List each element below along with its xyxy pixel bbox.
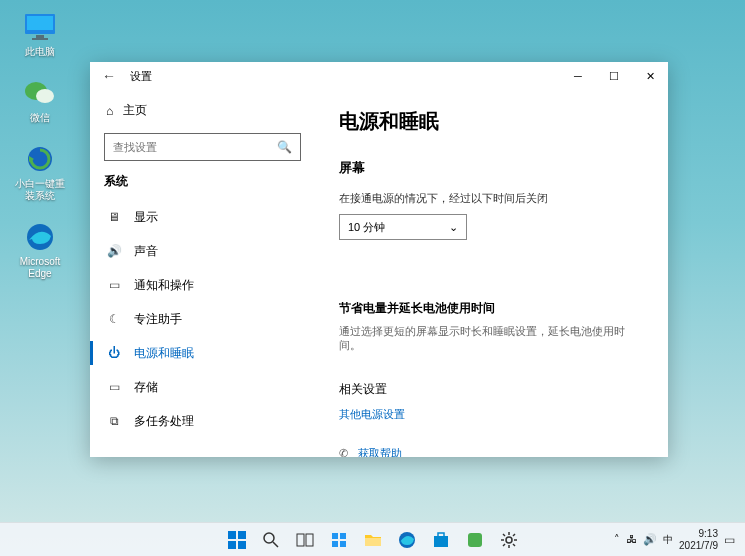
- svg-rect-3: [32, 38, 48, 40]
- sidebar-item-label: 通知和操作: [134, 277, 194, 294]
- sidebar-item-multitask[interactable]: ⧉ 多任务处理: [104, 404, 301, 438]
- display-icon: 🖥: [106, 210, 122, 224]
- svg-rect-16: [306, 534, 313, 546]
- sidebar-item-power[interactable]: ⏻ 电源和睡眠: [104, 336, 301, 370]
- sound-icon: 🔊: [106, 244, 122, 258]
- related-title: 相关设置: [339, 381, 644, 398]
- sidebar-item-label: 存储: [134, 379, 158, 396]
- reinstall-icon: [23, 142, 57, 176]
- clock-date: 2021/7/9: [679, 540, 718, 552]
- app-button[interactable]: [460, 525, 490, 555]
- desktop-icon-this-pc[interactable]: 此电脑: [12, 10, 68, 58]
- notification-icon: ▭: [106, 278, 122, 292]
- ime-indicator[interactable]: 中: [663, 533, 673, 547]
- minimize-button[interactable]: ─: [560, 62, 596, 90]
- desktop-icon-label: 此电脑: [25, 46, 55, 58]
- start-button[interactable]: [222, 525, 252, 555]
- search-input[interactable]: [113, 141, 277, 153]
- svg-rect-12: [238, 541, 246, 549]
- titlebar: ← 设置 ─ ☐ ✕: [90, 62, 668, 90]
- sidebar-item-sound[interactable]: 🔊 声音: [104, 234, 301, 268]
- desktop-icon-label: Microsoft Edge: [12, 256, 68, 280]
- back-button[interactable]: ←: [102, 68, 122, 84]
- wechat-icon: [23, 76, 57, 110]
- sidebar: ⌂ 主页 🔍 系统 🖥 显示 🔊 声音 ▭ 通知和操作 ☾ 专: [90, 90, 315, 457]
- notifications-button[interactable]: ▭: [724, 533, 735, 547]
- sidebar-item-focus[interactable]: ☾ 专注助手: [104, 302, 301, 336]
- svg-rect-19: [332, 541, 338, 547]
- svg-rect-1: [27, 16, 53, 30]
- window-title: 设置: [130, 69, 152, 84]
- edge-button[interactable]: [392, 525, 422, 555]
- svg-rect-18: [340, 533, 346, 539]
- clock-time: 9:13: [699, 528, 718, 540]
- help-link[interactable]: 获取帮助: [358, 446, 402, 457]
- sidebar-item-label: 电源和睡眠: [134, 345, 194, 362]
- screen-desc: 在接通电源的情况下，经过以下时间后关闭: [339, 191, 644, 206]
- svg-rect-9: [228, 531, 236, 539]
- close-button[interactable]: ✕: [632, 62, 668, 90]
- power-icon: ⏻: [106, 346, 122, 360]
- taskview-button[interactable]: [290, 525, 320, 555]
- svg-line-14: [273, 542, 278, 547]
- desktop-icon-label: 小白一键重装系统: [12, 178, 68, 202]
- svg-rect-11: [228, 541, 236, 549]
- network-icon[interactable]: 🖧: [626, 533, 637, 546]
- screen-timeout-dropdown[interactable]: 10 分钟 ⌄: [339, 214, 467, 240]
- edge-icon: [23, 220, 57, 254]
- explorer-button[interactable]: [358, 525, 388, 555]
- monitor-icon: [23, 10, 57, 44]
- page-title: 电源和睡眠: [339, 108, 644, 135]
- desktop-icon-edge[interactable]: Microsoft Edge: [12, 220, 68, 280]
- settings-window: ← 设置 ─ ☐ ✕ ⌂ 主页 🔍 系统 🖥 显示 🔊 声音: [90, 62, 668, 457]
- search-icon: 🔍: [277, 140, 292, 154]
- svg-rect-10: [238, 531, 246, 539]
- store-button[interactable]: [426, 525, 456, 555]
- widgets-button[interactable]: [324, 525, 354, 555]
- maximize-button[interactable]: ☐: [596, 62, 632, 90]
- search-box[interactable]: 🔍: [104, 133, 301, 161]
- svg-rect-15: [297, 534, 304, 546]
- related-link[interactable]: 其他电源设置: [339, 407, 405, 422]
- sidebar-item-display[interactable]: 🖥 显示: [104, 200, 301, 234]
- svg-line-33: [513, 534, 515, 536]
- system-tray[interactable]: ˄ 🖧 🔊: [614, 533, 657, 546]
- svg-rect-25: [468, 533, 482, 547]
- svg-point-13: [264, 533, 274, 543]
- chevron-down-icon: ⌄: [449, 221, 458, 234]
- chevron-up-icon[interactable]: ˄: [614, 533, 620, 546]
- sidebar-item-label: 专注助手: [134, 311, 182, 328]
- volume-icon[interactable]: 🔊: [643, 533, 657, 546]
- svg-point-5: [36, 89, 54, 103]
- focus-icon: ☾: [106, 312, 122, 326]
- home-icon: ⌂: [106, 104, 113, 118]
- desktop-icon-wechat[interactable]: 微信: [12, 76, 68, 124]
- svg-line-31: [503, 534, 505, 536]
- svg-rect-24: [438, 533, 444, 537]
- save-desc: 通过选择更短的屏幕显示时长和睡眠设置，延长电池使用时间。: [339, 325, 644, 353]
- settings-taskbar-button[interactable]: [494, 525, 524, 555]
- svg-rect-17: [332, 533, 338, 539]
- home-button[interactable]: ⌂ 主页: [104, 98, 301, 123]
- dropdown-value: 10 分钟: [348, 220, 385, 235]
- sidebar-item-label: 声音: [134, 243, 158, 260]
- taskbar: ˄ 🖧 🔊 中 9:13 2021/7/9 ▭: [0, 522, 745, 556]
- storage-icon: ▭: [106, 380, 122, 394]
- home-label: 主页: [123, 102, 147, 119]
- svg-rect-2: [36, 35, 44, 38]
- section-title: 系统: [104, 173, 301, 190]
- content-pane: 电源和睡眠 屏幕 在接通电源的情况下，经过以下时间后关闭 10 分钟 ⌄ 节省电…: [315, 90, 668, 457]
- sidebar-item-storage[interactable]: ▭ 存储: [104, 370, 301, 404]
- save-title: 节省电量并延长电池使用时间: [339, 300, 644, 317]
- clock[interactable]: 9:13 2021/7/9: [679, 528, 718, 552]
- search-button[interactable]: [256, 525, 286, 555]
- sidebar-item-notifications[interactable]: ▭ 通知和操作: [104, 268, 301, 302]
- sidebar-item-label: 显示: [134, 209, 158, 226]
- desktop-icon-label: 微信: [30, 112, 50, 124]
- desktop-icon-xiaobai[interactable]: 小白一键重装系统: [12, 142, 68, 202]
- svg-line-34: [503, 544, 505, 546]
- sidebar-item-label: 多任务处理: [134, 413, 194, 430]
- svg-rect-20: [340, 541, 346, 547]
- help-icon: ✆: [339, 447, 348, 457]
- svg-rect-21: [365, 538, 381, 546]
